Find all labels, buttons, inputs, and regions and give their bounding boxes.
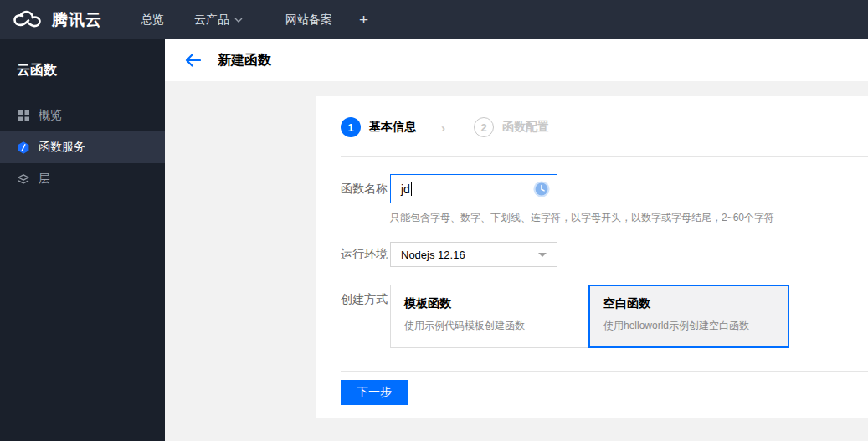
step-2-label: 函数配置 xyxy=(502,120,549,135)
step-arrow-icon: › xyxy=(441,121,445,135)
method-card-group: 模板函数 使用示例代码模板创建函数 空白函数 使用helloworld示例创建空… xyxy=(390,285,789,348)
sidebar-item-label: 概览 xyxy=(39,108,62,123)
nav-item-beian[interactable]: 网站备案 xyxy=(285,13,332,28)
creation-method-label: 创建方式 xyxy=(341,285,390,348)
divider xyxy=(341,371,868,372)
function-name-input[interactable]: jd xyxy=(390,174,557,203)
grid-icon xyxy=(17,109,30,122)
function-name-hint: 只能包含字母、数字、下划线、连字符，以字母开头，以数字或字母结尾，2~60个字符 xyxy=(390,211,774,225)
create-function-card: 1 基本信息 › 2 函数配置 函数名称 jd xyxy=(316,96,868,418)
method-card-desc: 使用helloworld示例创建空白函数 xyxy=(603,319,774,333)
runtime-row: 运行环境 Nodejs 12.16 xyxy=(341,242,868,267)
next-step-button[interactable]: 下一步 xyxy=(341,380,408,405)
function-name-row: 函数名称 jd xyxy=(341,174,868,203)
method-card-title: 模板函数 xyxy=(404,296,575,311)
sidebar-item-layers[interactable]: 层 xyxy=(0,163,165,195)
divider xyxy=(341,156,868,157)
sidebar-title: 云函数 xyxy=(0,39,165,100)
method-card-template-function[interactable]: 模板函数 使用示例代码模板创建函数 xyxy=(390,285,589,348)
function-name-hint-row: 只能包含字母、数字、下划线、连字符，以字母开头，以数字或字母结尾，2~60个字符 xyxy=(341,203,868,225)
nav-item-cloud-products[interactable]: 云产品 xyxy=(194,13,243,28)
sidebar: 云函数 概览 函数服务 xyxy=(0,39,165,441)
method-card-blank-function[interactable]: 空白函数 使用helloworld示例创建空白函数 xyxy=(588,285,789,348)
text-cursor xyxy=(411,182,412,196)
nav-item-overview[interactable]: 总览 xyxy=(141,13,164,28)
sidebar-item-label: 函数服务 xyxy=(39,140,85,155)
scf-hexagon-icon xyxy=(17,141,30,154)
clock-icon[interactable] xyxy=(533,181,550,197)
top-nav: 腾讯云 总览 云产品 网站备案 + xyxy=(0,0,868,39)
chevron-down-icon xyxy=(234,18,243,23)
step-1-label: 基本信息 xyxy=(369,120,416,135)
step-1-circle: 1 xyxy=(341,117,361,137)
content-area: 1 基本信息 › 2 函数配置 函数名称 jd xyxy=(165,81,868,441)
nav-divider xyxy=(265,13,265,27)
function-name-label: 函数名称 xyxy=(341,182,390,197)
back-button[interactable] xyxy=(185,54,201,67)
method-card-title: 空白函数 xyxy=(603,296,774,311)
method-card-desc: 使用示例代码模板创建函数 xyxy=(404,319,575,333)
runtime-selected-value: Nodejs 12.16 xyxy=(401,249,465,261)
runtime-select[interactable]: Nodejs 12.16 xyxy=(390,242,557,267)
brand-name: 腾讯云 xyxy=(52,9,102,31)
step-2-circle: 2 xyxy=(474,117,494,137)
page-header: 新建函数 xyxy=(165,39,868,81)
select-caret-icon xyxy=(538,253,547,257)
page-title: 新建函数 xyxy=(218,52,271,69)
arrow-left-icon xyxy=(185,54,201,67)
tencent-cloud-logo[interactable]: 腾讯云 xyxy=(12,8,102,32)
cloud-logo-icon xyxy=(12,8,45,32)
sidebar-item-function-service[interactable]: 函数服务 xyxy=(0,131,165,163)
basic-info-form: 函数名称 jd xyxy=(341,174,868,348)
add-tab-icon[interactable]: + xyxy=(359,11,368,29)
sidebar-item-overview[interactable]: 概览 xyxy=(0,100,165,131)
sidebar-item-label: 层 xyxy=(39,172,50,187)
function-name-value: jd xyxy=(401,182,410,196)
creation-method-row: 创建方式 模板函数 使用示例代码模板创建函数 空白函数 使用helloworld… xyxy=(341,285,868,348)
step-indicator: 1 基本信息 › 2 函数配置 xyxy=(341,117,868,137)
runtime-label: 运行环境 xyxy=(341,247,390,262)
layers-icon xyxy=(17,172,30,186)
